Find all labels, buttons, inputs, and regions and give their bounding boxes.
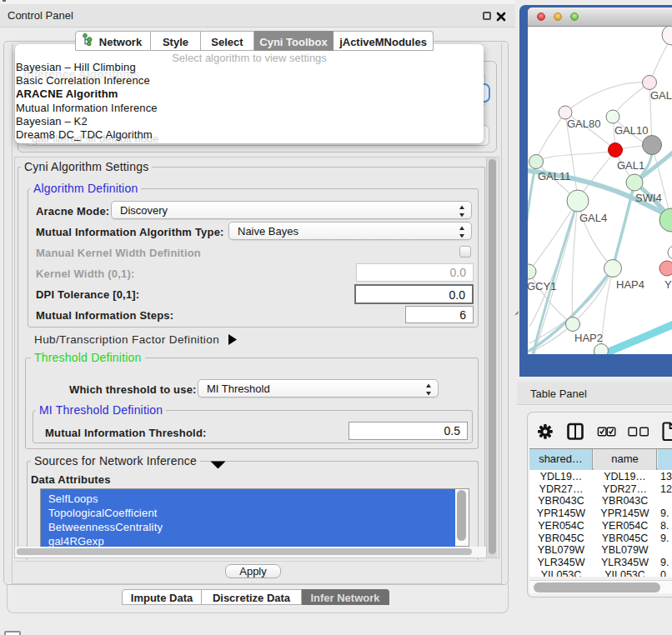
svg-text:GAL1: GAL1	[617, 159, 644, 172]
svg-text:GAL: GAL	[650, 89, 672, 102]
svg-text:HAP2: HAP2	[574, 332, 603, 344]
svg-text:GAL80: GAL80	[567, 118, 600, 130]
svg-text:GCY1: GCY1	[528, 280, 556, 292]
svg-text:GAL4: GAL4	[579, 212, 607, 224]
svg-text:SWI4: SWI4	[635, 192, 662, 204]
svg-text:Y: Y	[664, 278, 672, 291]
svg-text:GAL10: GAL10	[614, 124, 648, 137]
svg-text:HAP4: HAP4	[616, 278, 644, 291]
svg-text:GAL11: GAL11	[538, 170, 571, 182]
